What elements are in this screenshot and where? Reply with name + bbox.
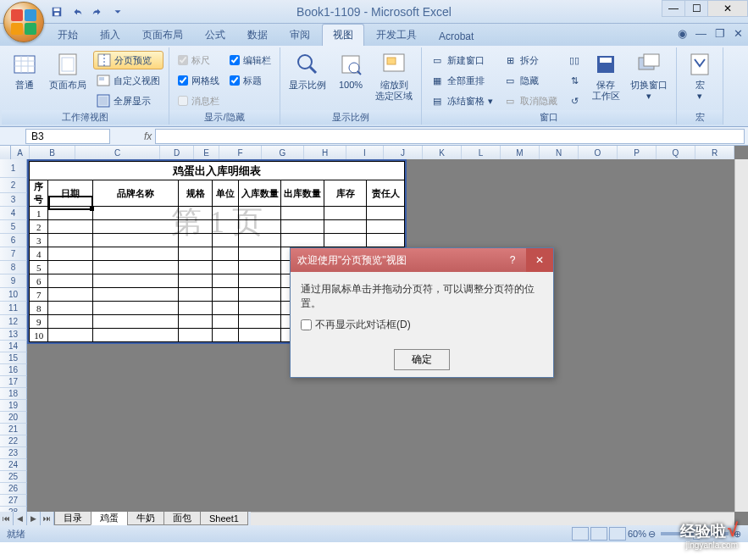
col-header-G[interactable]: G <box>262 146 304 159</box>
page-break-icon-status[interactable] <box>609 527 626 541</box>
vertical-scrollbar[interactable] <box>734 159 748 512</box>
row-header-14[interactable]: 14 <box>0 341 27 352</box>
col-header-E[interactable]: E <box>194 146 219 159</box>
maximize-button[interactable]: ☐ <box>684 0 708 17</box>
row-header-9[interactable]: 9 <box>0 274 27 288</box>
cell[interactable] <box>281 220 324 234</box>
zoom-selection-button[interactable]: 缩放到选定区域 <box>372 49 416 103</box>
normal-view-button[interactable]: 普通 <box>7 49 42 92</box>
row-header-20[interactable]: 20 <box>0 412 27 424</box>
cell[interactable] <box>238 207 281 220</box>
cell[interactable] <box>178 247 212 261</box>
cell[interactable] <box>367 207 405 220</box>
row-header-24[interactable]: 24 <box>0 459 27 471</box>
cell[interactable] <box>178 220 212 234</box>
cell[interactable] <box>238 315 281 329</box>
save-icon[interactable] <box>47 3 66 21</box>
formula-input[interactable] <box>155 129 745 144</box>
col-header-L[interactable]: L <box>462 146 501 159</box>
cell[interactable] <box>324 207 367 220</box>
row-header-23[interactable]: 23 <box>0 447 27 459</box>
fx-icon[interactable]: fx <box>144 130 152 142</box>
row-header-3[interactable]: 3 <box>0 193 27 207</box>
tab-developer[interactable]: 开发工具 <box>366 25 427 46</box>
row-header-18[interactable]: 18 <box>0 388 27 400</box>
cell[interactable] <box>178 207 212 220</box>
cell[interactable] <box>213 234 238 247</box>
cell[interactable] <box>92 261 178 274</box>
cell[interactable] <box>92 315 178 329</box>
row-header-27[interactable]: 27 <box>0 495 27 507</box>
cell[interactable] <box>178 288 212 302</box>
qat-dropdown-icon[interactable] <box>108 3 127 21</box>
zoom-out-button[interactable]: ⊖ <box>648 529 656 540</box>
cell[interactable] <box>48 274 93 288</box>
cell[interactable] <box>92 329 178 342</box>
cell[interactable] <box>178 302 212 315</box>
cell[interactable] <box>213 274 238 288</box>
help-icon[interactable]: ◉ <box>678 27 687 40</box>
cell[interactable] <box>367 220 405 234</box>
redo-icon[interactable] <box>88 3 107 21</box>
col-header-P[interactable]: P <box>618 146 657 159</box>
col-header-H[interactable]: H <box>304 146 346 159</box>
col-header-B[interactable]: B <box>30 146 75 159</box>
cell[interactable] <box>238 288 281 302</box>
col-header-R[interactable]: R <box>695 146 734 159</box>
cell[interactable] <box>48 329 93 342</box>
dont-show-checkbox[interactable]: 不再显示此对话框(D) <box>301 318 543 332</box>
macros-button[interactable]: 宏▾ <box>682 49 718 103</box>
undo-icon[interactable] <box>68 3 86 21</box>
row-header-1[interactable]: 1 <box>0 159 27 178</box>
hide-button[interactable]: ▭隐藏 <box>500 71 561 90</box>
row-header-22[interactable]: 22 <box>0 435 27 447</box>
col-header-K[interactable]: K <box>423 146 462 159</box>
formula-bar-checkbox[interactable]: 编辑栏 <box>226 51 274 69</box>
row-header-25[interactable]: 25 <box>0 471 27 483</box>
cell[interactable] <box>213 207 238 220</box>
cell[interactable] <box>324 234 367 247</box>
arrange-all-button[interactable]: ▦全部重排 <box>427 71 496 90</box>
tab-nav-next[interactable]: ▶ <box>27 512 41 525</box>
normal-view-icon-status[interactable] <box>572 527 589 541</box>
row-header-10[interactable]: 10 <box>0 288 27 302</box>
cell-seq[interactable]: 9 <box>30 315 48 329</box>
cell[interactable] <box>48 302 93 315</box>
row-header-6[interactable]: 6 <box>0 234 27 247</box>
cell[interactable] <box>178 261 212 274</box>
cell-seq[interactable]: 7 <box>30 288 48 302</box>
cell[interactable] <box>213 329 238 342</box>
row-header-4[interactable]: 4 <box>0 207 27 220</box>
row-header-15[interactable]: 15 <box>0 352 27 364</box>
col-header-C[interactable]: C <box>75 146 160 159</box>
select-all-corner[interactable] <box>0 146 11 159</box>
save-workspace-button[interactable]: 保存工作区 <box>588 49 623 103</box>
custom-views-button[interactable]: 自定义视图 <box>93 71 163 90</box>
tab-view[interactable]: 视图 <box>322 24 364 46</box>
page-layout-view-button[interactable]: 页面布局 <box>46 49 90 92</box>
tab-insert[interactable]: 插入 <box>90 25 130 46</box>
cell[interactable] <box>281 207 324 220</box>
cell-seq[interactable]: 6 <box>30 274 48 288</box>
cell[interactable] <box>238 329 281 342</box>
cell-seq[interactable]: 5 <box>30 261 48 274</box>
freeze-panes-button[interactable]: ▤冻结窗格 ▾ <box>427 91 496 110</box>
page-break-preview-button[interactable]: 分页预览 <box>93 51 163 69</box>
sheet-tab-toc[interactable]: 目录 <box>54 512 91 525</box>
zoom-100-button[interactable]: 100% <box>333 49 368 92</box>
cell[interactable] <box>324 220 367 234</box>
tab-review[interactable]: 审阅 <box>280 25 320 46</box>
cell[interactable] <box>213 220 238 234</box>
cell[interactable] <box>48 261 93 274</box>
switch-windows-button[interactable]: 切换窗口▾ <box>627 49 671 103</box>
cell[interactable] <box>92 220 178 234</box>
row-header-5[interactable]: 5 <box>0 220 27 234</box>
cell[interactable] <box>213 302 238 315</box>
dialog-title-bar[interactable]: 欢迎使用"分页预览"视图 ? ✕ <box>291 248 553 272</box>
row-header-21[interactable]: 21 <box>0 424 27 435</box>
cell[interactable] <box>238 302 281 315</box>
cell[interactable] <box>213 261 238 274</box>
col-header-N[interactable]: N <box>540 146 579 159</box>
dialog-ok-button[interactable]: 确定 <box>394 349 450 370</box>
minimize-button[interactable]: — <box>662 0 685 17</box>
